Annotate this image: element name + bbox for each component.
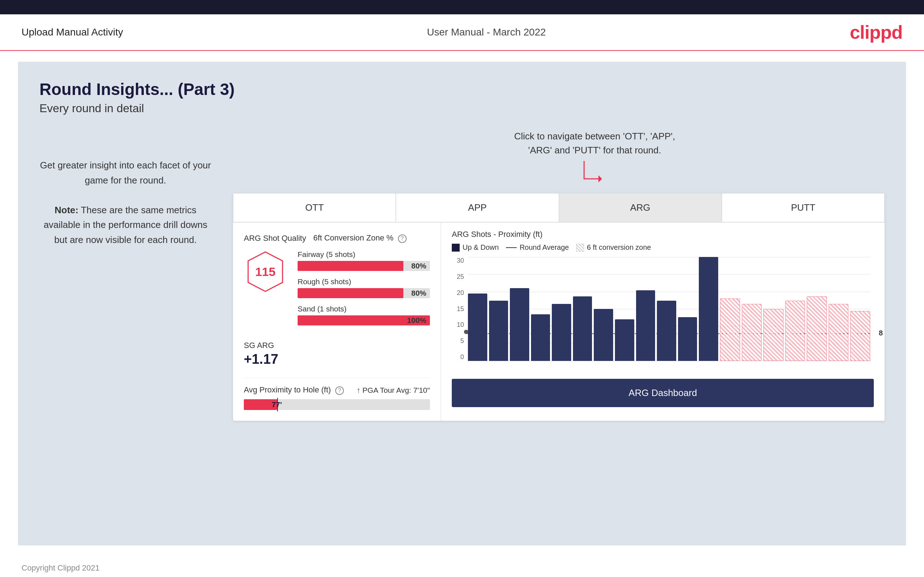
main-content: Round Insights... (Part 3) Every round i… (18, 62, 906, 545)
chart-bar-10 (657, 301, 676, 361)
content-area: Get greater insight into each facet of y… (39, 129, 885, 421)
header: Upload Manual Activity User Manual - Mar… (0, 15, 924, 51)
footer: Copyright Clippd 2021 (0, 556, 924, 577)
left-panel: Get greater insight into each facet of y… (39, 129, 212, 421)
pga-avg-label: ↑ PGA Tour Avg: 7'10" (357, 386, 430, 395)
hexagon: 115 (244, 250, 287, 293)
chart-bar-18 (829, 304, 849, 361)
proximity-header: Avg Proximity to Hole (ft) ? ↑ PGA Tour … (244, 385, 430, 395)
shot-quality-label: ARG Shot Quality (244, 234, 306, 243)
bar-label-fairway: Fairway (5 shots) (297, 250, 430, 259)
info-icon: ? (398, 234, 407, 243)
bar-row-sand: Sand (1 shots) 100% (297, 305, 430, 326)
bar-pct-sand: 100% (407, 316, 426, 325)
section-header: ARG Shot Quality 6ft Conversion Zone % ? (244, 233, 430, 243)
y-30: 30 (452, 257, 466, 264)
y-15: 15 (452, 305, 466, 313)
page-title: Round Insights... (Part 3) (39, 79, 885, 99)
logo: clippd (850, 21, 903, 43)
conversion-label: 6ft Conversion Zone % ? (313, 233, 407, 243)
bars-container: Fairway (5 shots) 80% Rough (5 shots) (297, 250, 430, 332)
legend-updown-label: Up & Down (462, 243, 499, 251)
top-bar (0, 0, 924, 15)
y-5: 5 (452, 337, 466, 345)
dashboard-card: OTT APP ARG PUTT ARG Shot Quality 6ft Co… (233, 193, 885, 421)
chart-bar-4 (531, 314, 550, 361)
chart-bar-16 (785, 301, 805, 361)
bar-track-fairway: 80% (297, 261, 430, 271)
legend-dash (506, 247, 517, 248)
manual-title: User Manual - March 2022 (427, 26, 546, 38)
hexagon-container: 115 Fairway (5 shots) 80% (244, 250, 430, 332)
chart-bar-15 (763, 309, 783, 361)
chart-bar-12 (699, 257, 718, 361)
y-25: 25 (452, 273, 466, 280)
sg-value: +1.17 (244, 351, 430, 367)
y-10: 10 (452, 321, 466, 329)
chart-bar-5 (552, 304, 571, 361)
chart-bar-14 (742, 304, 762, 361)
bar-fill-rough (297, 288, 403, 298)
legend-round-avg: Round Average (506, 243, 569, 251)
chart-container: 0 5 10 15 20 25 30 (452, 257, 874, 372)
sg-label: SG ARG (244, 341, 430, 350)
legend-updown: Up & Down (452, 243, 499, 251)
chart-title: ARG Shots - Proximity (ft) (452, 230, 874, 239)
upload-activity-label: Upload Manual Activity (21, 26, 123, 38)
bar-label-sand: Sand (1 shots) (297, 305, 430, 313)
chart-bar-8 (615, 319, 634, 361)
page-subtitle: Every round in detail (39, 102, 885, 115)
chart-legend: Up & Down Round Average 6 ft conversion … (452, 243, 874, 251)
nav-hint-text: Click to navigate between 'OTT', 'APP','… (305, 129, 885, 157)
bar-row-rough: Rough (5 shots) 80% (297, 277, 430, 298)
y-0: 0 (452, 353, 466, 361)
bar-row-fairway: Fairway (5 shots) 80% (297, 250, 430, 271)
legend-conversion-zone: 6 ft conversion zone (576, 243, 651, 251)
tabs-row: OTT APP ARG PUTT (233, 193, 885, 222)
proximity-bar-track: 77' (244, 399, 430, 410)
right-chart-panel: ARG Shots - Proximity (ft) Up & Down Rou… (441, 222, 885, 421)
hexagon-value: 115 (255, 265, 276, 279)
bar-label-rough: Rough (5 shots) (297, 277, 430, 286)
chart-bar-19 (850, 311, 870, 361)
chart-bar-9 (636, 290, 656, 361)
tab-putt[interactable]: PUTT (722, 193, 885, 222)
proximity-info-icon: ? (335, 386, 344, 395)
bars-plot (468, 257, 870, 361)
chart-bar-2 (489, 301, 509, 361)
bar-track-rough: 80% (297, 288, 430, 298)
tab-arg[interactable]: ARG (559, 193, 722, 222)
bar-pct-rough: 80% (411, 289, 426, 297)
copyright: Copyright Clippd 2021 (21, 563, 100, 572)
y-20: 20 (452, 289, 466, 297)
chart-bar-7 (594, 309, 613, 361)
dashboard-body: ARG Shot Quality 6ft Conversion Zone % ? (233, 222, 885, 421)
dashed-value: 8 (879, 329, 883, 337)
tab-ott[interactable]: OTT (233, 193, 396, 222)
legend-updown-box (452, 244, 460, 251)
chart-bar-1 (468, 293, 487, 361)
left-data-panel: ARG Shot Quality 6ft Conversion Zone % ? (233, 222, 441, 421)
chart-bar-11 (678, 317, 698, 361)
bar-pct-fairway: 80% (411, 262, 426, 270)
chart-bar-3 (510, 288, 529, 361)
bar-track-sand: 100% (297, 315, 430, 326)
proximity-value: 77' (272, 400, 282, 409)
arg-dashboard-button[interactable]: ARG Dashboard (452, 379, 874, 407)
chart-bar-13 (720, 298, 740, 361)
grid-0 (468, 361, 870, 361)
legend-hatch-box (576, 244, 584, 251)
navigation-arrow (577, 157, 613, 186)
insight-text: Get greater insight into each facet of y… (39, 158, 212, 248)
svg-marker-0 (598, 175, 602, 182)
grid-area: 8 (468, 257, 870, 361)
legend-round-avg-label: Round Average (520, 243, 569, 251)
chart-bar-6 (573, 297, 592, 361)
legend-conversion-label: 6 ft conversion zone (587, 243, 651, 251)
proximity-section: Avg Proximity to Hole (ft) ? ↑ PGA Tour … (244, 378, 430, 410)
tab-app[interactable]: APP (396, 193, 559, 222)
main-panel: Click to navigate between 'OTT', 'APP','… (233, 129, 885, 421)
note-label: Note: (55, 205, 78, 215)
sg-section: SG ARG +1.17 (244, 341, 430, 367)
chart-bar-17 (807, 297, 827, 361)
